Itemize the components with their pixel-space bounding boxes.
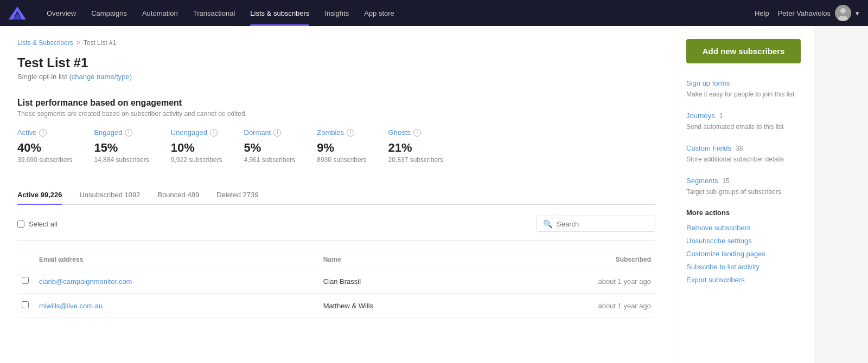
col-email: Email address bbox=[35, 250, 319, 269]
segment-count: 9,922 subscribers bbox=[171, 156, 222, 164]
email-link[interactable]: cianb@campaignmonitor.com bbox=[39, 277, 132, 286]
topnav-right: Help Peter Vahaviolos ▾ bbox=[755, 5, 859, 21]
sidebar-link-badge: 38 bbox=[736, 145, 743, 152]
sidebar-actions: Remove subscribersUnsubscribe settingsCu… bbox=[686, 223, 801, 284]
row-email: cianb@campaignmonitor.com bbox=[35, 269, 319, 294]
tab-active[interactable]: Active 99,226 bbox=[17, 185, 62, 204]
nav-item-app-store[interactable]: App store bbox=[356, 0, 402, 26]
select-all-wrap: Select all bbox=[17, 220, 536, 228]
search-input[interactable] bbox=[557, 220, 648, 228]
action-link[interactable]: Unsubscribe settings bbox=[686, 237, 752, 245]
nav-item-insights[interactable]: Insights bbox=[317, 0, 356, 26]
nav-item-transactional[interactable]: Transactional bbox=[186, 0, 243, 26]
segment-count: 8930 subscribers bbox=[317, 156, 366, 164]
info-icon[interactable]: i bbox=[210, 129, 218, 137]
nav-items: OverviewCampaignsAutomationTransactional… bbox=[39, 0, 755, 26]
list-controls: Select all 🔍 bbox=[17, 216, 655, 232]
table-row: cianb@campaignmonitor.com Cian Brassil a… bbox=[17, 269, 655, 294]
sidebar-link-group: Sign up forms Make it easy for people to… bbox=[686, 79, 801, 98]
tab-count: 2739 bbox=[243, 191, 259, 199]
breadcrumb-parent[interactable]: Lists & Subscribers bbox=[17, 39, 73, 47]
row-checkbox[interactable] bbox=[22, 277, 29, 284]
table-row: mlwills@live.com.au Matthew & Wills abou… bbox=[17, 294, 655, 318]
action-link[interactable]: Export subscribers bbox=[686, 276, 745, 284]
segment-link[interactable]: Active bbox=[17, 128, 36, 137]
email-link[interactable]: mlwills@live.com.au bbox=[39, 302, 103, 310]
nav-item-lists-subscribers[interactable]: Lists & subscribers bbox=[242, 0, 317, 26]
tab-label: Active bbox=[17, 191, 39, 199]
segment-link[interactable]: Dormant bbox=[244, 128, 271, 137]
col-name: Name bbox=[319, 250, 483, 269]
nav-item-campaigns[interactable]: Campaigns bbox=[84, 0, 135, 26]
more-actions-title: More actions bbox=[686, 209, 801, 217]
segment-engaged: Engaged i 15% 14,884 subscribers bbox=[94, 128, 149, 164]
segment-link[interactable]: Ghosts bbox=[388, 128, 411, 137]
sidebar-link: Segments 15 bbox=[686, 176, 801, 185]
info-icon[interactable]: i bbox=[347, 129, 354, 137]
subscriber-table: Email address Name Subscribed cianb@camp… bbox=[17, 250, 655, 318]
row-name: Matthew & Wills bbox=[319, 294, 483, 318]
action-link[interactable]: Subscribe to list activity bbox=[686, 263, 760, 271]
segment-pct: 40% bbox=[17, 141, 72, 155]
action-link[interactable]: Remove subscribers bbox=[686, 224, 751, 232]
chevron-down-icon: ▾ bbox=[856, 9, 859, 17]
subscriber-tbody: cianb@campaignmonitor.com Cian Brassil a… bbox=[17, 269, 655, 318]
breadcrumb-separator: > bbox=[76, 39, 80, 47]
help-link[interactable]: Help bbox=[755, 9, 769, 17]
col-checkbox bbox=[17, 250, 35, 269]
tab-deleted[interactable]: Deleted 2739 bbox=[216, 185, 258, 204]
segment-unengaged: Unengaged i 10% 9,922 subscribers bbox=[171, 128, 222, 164]
info-icon[interactable]: i bbox=[125, 129, 132, 137]
row-subscribed: about 1 year ago bbox=[483, 269, 655, 294]
user-menu[interactable]: Peter Vahaviolos ▾ bbox=[778, 5, 859, 21]
sidebar-link: Journeys 1 bbox=[686, 111, 801, 120]
sidebar-link-group: Custom Fields 38 Store additional subscr… bbox=[686, 144, 801, 163]
sidebar-action-link: Subscribe to list activity bbox=[686, 262, 801, 271]
info-icon[interactable]: i bbox=[39, 129, 47, 137]
breadcrumb-current: Test List #1 bbox=[84, 39, 117, 47]
subscriber-tabs: Active 99,226Unsubscribed 1092Bounced 48… bbox=[17, 185, 655, 205]
row-email: mlwills@live.com.au bbox=[35, 294, 319, 318]
info-icon[interactable]: i bbox=[413, 129, 421, 137]
change-name-type-link[interactable]: change name/type bbox=[72, 73, 130, 81]
row-checkbox[interactable] bbox=[22, 301, 29, 308]
tab-bounced[interactable]: Bounced 489 bbox=[157, 185, 199, 204]
segment-count: 39,690 subscribers bbox=[17, 156, 72, 164]
search-icon: 🔍 bbox=[543, 219, 552, 228]
action-link[interactable]: Customize landing pages bbox=[686, 250, 765, 258]
row-checkbox-cell bbox=[17, 294, 35, 318]
sidebar-link-anchor[interactable]: Journeys bbox=[686, 112, 715, 120]
segment-pct: 10% bbox=[171, 141, 222, 155]
sidebar-link-group: Journeys 1 Send automated emails to this… bbox=[686, 111, 801, 131]
svg-point-3 bbox=[840, 8, 846, 14]
tab-label: Unsubscribed bbox=[79, 191, 123, 199]
select-all-label[interactable]: Select all bbox=[29, 220, 58, 228]
nav-item-automation[interactable]: Automation bbox=[135, 0, 186, 26]
engagement-desc: These segments are created based on subs… bbox=[17, 110, 655, 118]
segment-link[interactable]: Zombies bbox=[317, 128, 344, 137]
nav-item-overview[interactable]: Overview bbox=[39, 0, 84, 26]
logo[interactable] bbox=[9, 7, 26, 20]
sidebar-link: Custom Fields 38 bbox=[686, 144, 801, 152]
sidebar-link-badge: 15 bbox=[722, 177, 729, 185]
select-all-checkbox[interactable] bbox=[17, 221, 24, 228]
page-wrap: Lists & Subscribers > Test List #1 Test … bbox=[0, 26, 868, 363]
avatar bbox=[835, 5, 851, 21]
sidebar-link-desc: Make it easy for people to join this lis… bbox=[686, 90, 801, 98]
segment-count: 4,961 subscribers bbox=[244, 156, 296, 164]
tab-label: Bounced bbox=[157, 191, 185, 199]
sidebar-link-anchor[interactable]: Custom Fields bbox=[686, 144, 731, 152]
segment-count: 20,837 subscribers bbox=[388, 156, 443, 164]
add-new-subscribers-button[interactable]: Add new subscribers bbox=[686, 39, 801, 63]
topnav: OverviewCampaignsAutomationTransactional… bbox=[0, 0, 868, 26]
page-subtitle: Single opt-in list (change name/type) bbox=[17, 73, 655, 81]
segment-link[interactable]: Unengaged bbox=[171, 128, 207, 137]
sidebar-link-anchor[interactable]: Sign up forms bbox=[686, 79, 730, 87]
segment-zombies: Zombies i 9% 8930 subscribers bbox=[317, 128, 366, 164]
sidebar-link-anchor[interactable]: Segments bbox=[686, 177, 718, 185]
sidebar: Add new subscribers Sign up forms Make i… bbox=[673, 26, 814, 363]
sidebar-link: Sign up forms bbox=[686, 79, 801, 87]
tab-unsubscribed[interactable]: Unsubscribed 1092 bbox=[79, 185, 140, 204]
segment-link[interactable]: Engaged bbox=[94, 128, 122, 137]
info-icon[interactable]: i bbox=[273, 129, 281, 137]
